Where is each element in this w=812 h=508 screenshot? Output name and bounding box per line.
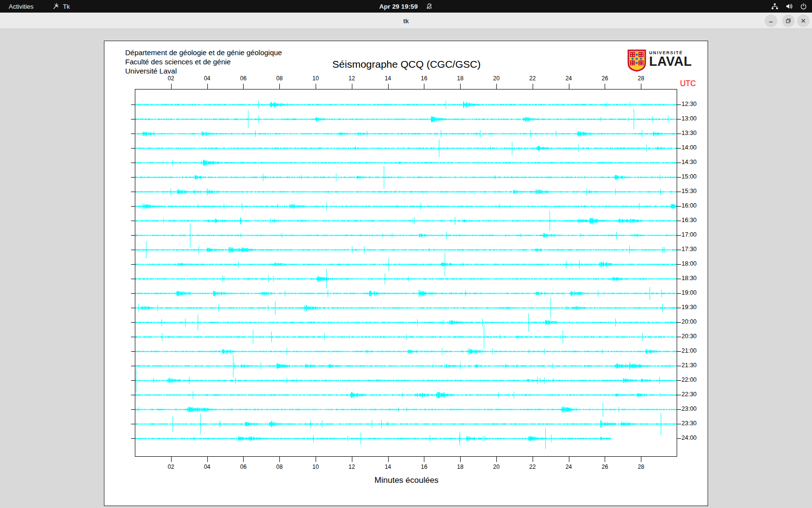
row-tick-right bbox=[677, 279, 681, 279]
window-close-icon bbox=[800, 18, 806, 24]
x-tick-label-bottom: 20 bbox=[488, 463, 505, 470]
window-restore-icon bbox=[785, 18, 791, 24]
x-tick-bottom bbox=[207, 457, 208, 462]
x-tick-bottom bbox=[496, 457, 497, 462]
x-tick-bottom bbox=[460, 457, 461, 462]
row-tick-right bbox=[677, 264, 681, 265]
x-tick-bottom bbox=[171, 457, 172, 462]
row-tick-right bbox=[677, 438, 681, 439]
x-tick-label-bottom: 12 bbox=[344, 463, 360, 470]
row-tick-left bbox=[131, 119, 135, 120]
utc-time-label: 20:00 bbox=[682, 318, 696, 325]
x-tick-top bbox=[171, 84, 172, 89]
laval-shield-icon bbox=[627, 49, 646, 74]
laval-logo-laval: LAVAL bbox=[649, 56, 692, 67]
activities-button[interactable]: Activities bbox=[5, 0, 37, 13]
row-tick-right bbox=[677, 395, 681, 395]
x-tick-label-top: 28 bbox=[633, 75, 649, 82]
x-tick-bottom bbox=[569, 457, 569, 462]
utc-time-label: 19:00 bbox=[682, 289, 696, 296]
window-minimize-button[interactable] bbox=[765, 15, 777, 27]
row-tick-left bbox=[131, 409, 135, 410]
row-tick-right bbox=[677, 293, 681, 294]
utc-time-label: 16:00 bbox=[682, 202, 696, 209]
x-tick-label-top: 16 bbox=[416, 75, 432, 82]
bell-muted-icon bbox=[425, 3, 433, 10]
system-tray[interactable] bbox=[771, 0, 807, 13]
desktop: Activities Tk Apr 29 19:59 bbox=[0, 0, 812, 508]
row-tick-left bbox=[131, 308, 135, 308]
x-tick-top bbox=[207, 84, 208, 89]
x-tick-bottom bbox=[641, 457, 641, 462]
utc-time-label: 15:00 bbox=[682, 173, 696, 180]
row-tick-right bbox=[677, 119, 681, 120]
x-tick-label-top: 04 bbox=[199, 75, 216, 82]
row-tick-left bbox=[131, 424, 135, 424]
x-tick-label-bottom: 18 bbox=[452, 463, 468, 470]
row-tick-right bbox=[677, 337, 681, 337]
x-tick-label-top: 22 bbox=[524, 75, 541, 82]
tk-app-label: Tk bbox=[63, 3, 70, 10]
utc-time-label: 16:30 bbox=[682, 217, 696, 224]
row-tick-left bbox=[131, 163, 135, 163]
x-tick-bottom bbox=[279, 457, 280, 462]
window-close-button[interactable] bbox=[797, 15, 810, 27]
x-tick-label-top: 20 bbox=[488, 75, 505, 82]
window-titlebar[interactable]: tk bbox=[0, 13, 812, 29]
row-tick-right bbox=[677, 250, 681, 250]
taskbar-app-tk[interactable]: Tk bbox=[48, 0, 73, 13]
x-tick-label-bottom: 22 bbox=[524, 463, 541, 470]
x-tick-label-top: 02 bbox=[163, 75, 179, 82]
utc-time-label: 18:00 bbox=[682, 260, 696, 267]
row-tick-left bbox=[131, 395, 135, 395]
row-tick-right bbox=[677, 235, 681, 236]
x-tick-label-bottom: 02 bbox=[163, 463, 179, 470]
row-tick-left bbox=[131, 293, 135, 294]
x-tick-top bbox=[605, 84, 605, 89]
row-tick-right bbox=[677, 308, 681, 308]
x-tick-label-top: 18 bbox=[452, 75, 468, 82]
x-tick-top bbox=[641, 84, 641, 89]
row-tick-right bbox=[677, 424, 681, 424]
x-tick-label-bottom: 26 bbox=[596, 463, 613, 470]
x-axis-title: Minutes écoulées bbox=[375, 476, 438, 485]
utc-time-label: 13:30 bbox=[682, 130, 696, 136]
row-tick-right bbox=[677, 177, 681, 178]
row-tick-left bbox=[131, 250, 135, 250]
row-tick-left bbox=[131, 337, 135, 337]
x-tick-label-top: 08 bbox=[271, 75, 288, 82]
row-tick-left bbox=[131, 221, 135, 221]
x-tick-top bbox=[279, 84, 280, 89]
row-tick-right bbox=[677, 134, 681, 134]
activities-label: Activities bbox=[9, 3, 33, 10]
x-tick-label-bottom: 28 bbox=[633, 463, 649, 470]
utc-time-label: 18:30 bbox=[682, 275, 696, 282]
x-tick-bottom bbox=[605, 457, 605, 462]
x-tick-top bbox=[424, 84, 424, 89]
institution-header: Département de géologie et de génie géol… bbox=[125, 48, 282, 75]
row-tick-right bbox=[677, 105, 681, 105]
row-tick-left bbox=[131, 322, 135, 323]
institution-university: Université Laval bbox=[125, 66, 282, 75]
utc-time-label: 21:00 bbox=[682, 347, 696, 354]
row-tick-left bbox=[131, 279, 135, 279]
utc-time-label: 12:30 bbox=[682, 101, 696, 107]
x-tick-bottom bbox=[243, 457, 244, 462]
clock-menu[interactable]: Apr 29 19:59 bbox=[379, 0, 433, 13]
tk-app-icon bbox=[52, 2, 60, 10]
tk-window-body: Département de géologie et de génie géol… bbox=[0, 29, 812, 508]
row-tick-left bbox=[131, 235, 135, 236]
utc-time-label: 24:00 bbox=[682, 434, 696, 441]
helicorder-plot-frame bbox=[135, 89, 677, 457]
power-icon bbox=[800, 3, 807, 10]
network-icon bbox=[771, 2, 779, 10]
x-tick-label-bottom: 16 bbox=[416, 463, 432, 470]
window-restore-button[interactable] bbox=[782, 15, 795, 27]
row-tick-right bbox=[677, 206, 681, 207]
row-tick-left bbox=[131, 351, 135, 352]
x-tick-bottom bbox=[424, 457, 424, 462]
institution-dept: Département de géologie et de génie géol… bbox=[125, 48, 282, 57]
window-minimize-icon bbox=[768, 18, 774, 24]
x-tick-top bbox=[316, 84, 316, 89]
utc-axis-title: UTC bbox=[680, 79, 696, 88]
